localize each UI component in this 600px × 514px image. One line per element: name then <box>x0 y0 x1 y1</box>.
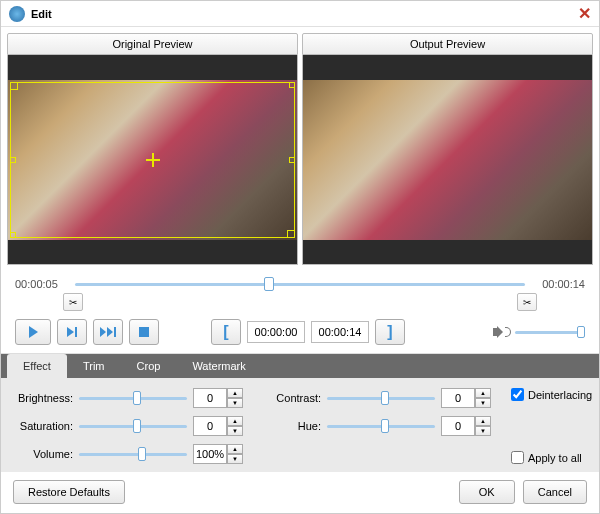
trim-in-field[interactable] <box>247 321 305 343</box>
timeline-start-time: 00:00:05 <box>15 278 67 290</box>
crop-center-icon[interactable] <box>146 153 160 167</box>
saturation-slider[interactable] <box>79 419 187 433</box>
bracket-out-button[interactable]: ] <box>375 319 405 345</box>
volume-effect-slider[interactable] <box>79 447 187 461</box>
volume-label: Volume: <box>15 448 73 460</box>
mark-in-button[interactable]: ✂ <box>63 293 83 311</box>
volume-slider[interactable] <box>515 328 585 336</box>
crop-rectangle[interactable] <box>10 82 295 238</box>
mark-out-button[interactable]: ✂ <box>517 293 537 311</box>
hue-down[interactable]: ▼ <box>475 426 491 436</box>
contrast-down[interactable]: ▼ <box>475 398 491 408</box>
close-icon[interactable]: ✕ <box>578 4 591 23</box>
bracket-in-button[interactable]: [ <box>211 319 241 345</box>
next-button[interactable] <box>93 319 123 345</box>
bracket-right-icon: ] <box>387 323 392 341</box>
trim-out-field[interactable] <box>311 321 369 343</box>
volume-field[interactable] <box>193 444 227 464</box>
volume-up[interactable]: ▲ <box>227 444 243 454</box>
apply-all-checkbox[interactable]: Apply to all <box>511 451 592 464</box>
brightness-up[interactable]: ▲ <box>227 388 243 398</box>
timeline-slider[interactable] <box>75 277 525 291</box>
brightness-slider[interactable] <box>79 391 187 405</box>
output-preview <box>302 55 593 265</box>
window-title: Edit <box>31 8 578 20</box>
tab-crop[interactable]: Crop <box>121 354 177 378</box>
brightness-field[interactable] <box>193 388 227 408</box>
original-preview[interactable] <box>7 55 298 265</box>
play-icon <box>29 326 38 338</box>
contrast-slider[interactable] <box>327 391 435 405</box>
volume-down[interactable]: ▼ <box>227 454 243 464</box>
cancel-button[interactable]: Cancel <box>523 480 587 504</box>
volume-icon[interactable] <box>493 325 509 339</box>
scissors-icon: ✂ <box>69 297 77 308</box>
contrast-field[interactable] <box>441 388 475 408</box>
hue-label: Hue: <box>263 420 321 432</box>
brightness-label: Brightness: <box>15 392 73 404</box>
scissors-icon: ✂ <box>523 297 531 308</box>
deinterlacing-checkbox[interactable]: Deinterlacing <box>511 388 592 401</box>
saturation-up[interactable]: ▲ <box>227 416 243 426</box>
next-icon <box>100 327 116 337</box>
play-button[interactable] <box>15 319 51 345</box>
contrast-label: Contrast: <box>263 392 321 404</box>
stop-icon <box>139 327 149 337</box>
tab-effect[interactable]: Effect <box>7 354 67 378</box>
hue-up[interactable]: ▲ <box>475 416 491 426</box>
step-button[interactable] <box>57 319 87 345</box>
bracket-left-icon: [ <box>223 323 228 341</box>
contrast-up[interactable]: ▲ <box>475 388 491 398</box>
tab-watermark[interactable]: Watermark <box>176 354 261 378</box>
ok-button[interactable]: OK <box>459 480 515 504</box>
step-icon <box>67 327 77 337</box>
output-preview-header: Output Preview <box>302 33 593 55</box>
original-preview-header: Original Preview <box>7 33 298 55</box>
hue-slider[interactable] <box>327 419 435 433</box>
saturation-down[interactable]: ▼ <box>227 426 243 436</box>
stop-button[interactable] <box>129 319 159 345</box>
saturation-label: Saturation: <box>15 420 73 432</box>
saturation-field[interactable] <box>193 416 227 436</box>
restore-defaults-button[interactable]: Restore Defaults <box>13 480 125 504</box>
timeline-end-time: 00:00:14 <box>533 278 585 290</box>
tab-trim[interactable]: Trim <box>67 354 121 378</box>
hue-field[interactable] <box>441 416 475 436</box>
apply-all-label: Apply to all <box>528 452 582 464</box>
app-icon <box>9 6 25 22</box>
deinterlacing-label: Deinterlacing <box>528 389 592 401</box>
brightness-down[interactable]: ▼ <box>227 398 243 408</box>
